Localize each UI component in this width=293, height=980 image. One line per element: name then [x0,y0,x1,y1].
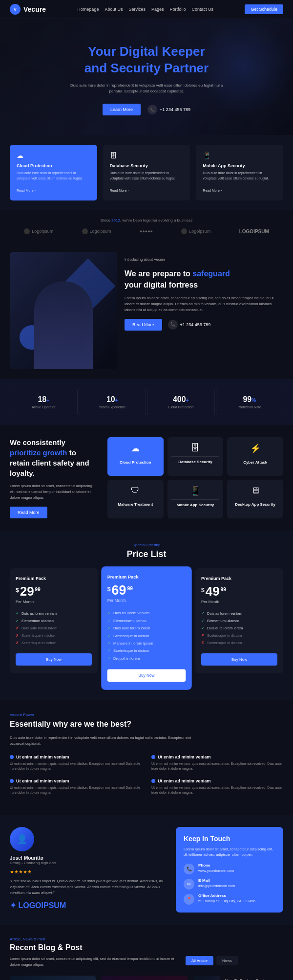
service-malware-title: Malware Treatment [111,502,160,507]
stat-operators-num: 18+ [14,395,73,404]
service-cloud-title: Cloud Protection [111,460,160,465]
price-card-basic-buy-button[interactable]: Buy Now [16,653,92,666]
blog-card-2: How To Changes Pages Name Adipiscing eli… [102,976,188,980]
feature-item: Duis aute lorem lorem [107,624,186,632]
whyus-col-2: Ut enim ad minim veniam Ut enim ad minim… [151,755,283,802]
price-card-pro-buy-button[interactable]: Buy Now [201,653,277,666]
about-title-highlight: safeguard [192,269,230,278]
pricing-title: Price List [10,549,283,559]
database-icon: 🗄 [110,152,184,159]
logos-caption: Since 2012, we've been together evolving… [10,218,283,223]
service-cloud[interactable]: ☁ Cloud Protection [107,437,164,476]
about-title: We are prepare to safeguardyour digital … [125,268,283,290]
logo-icon: V [10,4,21,15]
price-card-featured-period: Per Month [107,599,186,603]
stat-operators-label: Active Operator [14,405,73,409]
blog-section: Article, News & Post Recent Blog & Post … [0,925,293,980]
service-database[interactable]: 🗄 Database Security [167,437,224,476]
kit-phone-label: Phone [198,863,234,868]
whyus-item-2-1: Ut enim ad minim veniam Ut enim ad minim… [151,755,283,772]
service-malware-icon: 🛡 [111,486,160,496]
nav-homepage[interactable]: Homepage [77,7,99,12]
kit-email-value: info@yourdomain.com [198,884,235,888]
nav-cta-button[interactable]: Get Schedule [245,4,283,14]
price-card-basic-name: Premium Pack [16,576,92,581]
card-cloud-title: Cloud Protection [17,163,90,168]
whyus-label: Vecure Power [10,713,283,717]
blog-title: Recent Blog & Post [10,943,283,952]
kit-address-label: Office Address [198,893,255,898]
feature-item: Elementum ullamco [201,617,277,624]
price-card-pro-period: Per Month [201,600,277,604]
blog-side-1: 🛡 How To Replace Favicon Read More› [193,976,283,980]
stat-protection-label: Protection Rate [220,405,279,409]
feature-item: Duis as lorem veniam [201,610,277,617]
testimonial-stars: ★★★★★ [10,869,166,874]
about-phone-icon: 📞 [168,320,178,330]
blog-desc: Lorem ipsum dolor sit amet, consectetur … [10,956,176,968]
logo-item-5: LOGOIPSUM [239,229,269,234]
services-section: We consistently prioritize growth to ret… [0,425,293,531]
keep-in-touch-card: Keep In Touch Lorem ipsum dolor sit amet… [176,827,283,913]
filter-news-button[interactable]: News [216,956,238,965]
phone-icon: 📞 [147,105,157,114]
hero-title: Your Digital Keeper and Security Partner [20,44,273,77]
kit-phone-content: Phone www.yourdomain.com [198,863,234,873]
card-mobile-link[interactable]: Read More › [203,189,222,192]
navbar: V Vecure Homepage About Us Services Page… [0,0,293,19]
filter-all-button[interactable]: All Article [186,956,213,965]
hero-buttons: Learn More 📞 +1 234 456 789 [20,104,273,115]
logos-row: Logoipsum Logoipsum ●●●●● Logoipsum LOGO… [10,228,283,234]
kit-info: 📞 Phone www.yourdomain.com ✉ E-Mail info… [184,863,275,905]
testimonial-side: 👤 Josef Mouritto Dearg - Doanang dign ad… [10,827,166,913]
services-left: We consistently prioritize growth to ret… [10,437,98,518]
kit-address-item: 📍 Office Address 59 Dunlop St., Big City… [184,893,275,905]
services-title: We consistently prioritize growth to ret… [10,437,98,478]
nav-services[interactable]: Services [128,7,146,12]
about-read-button[interactable]: Read More [125,319,162,331]
nav-portfolio[interactable]: Portfolio [169,7,186,12]
service-mobile[interactable]: 📱 Mobile App Security [167,480,224,518]
hero-learn-button[interactable]: Learn More [103,104,141,115]
services-grid: ☁ Cloud Protection 🗄 Database Security ⚡… [107,437,283,518]
whyus-item-1-2: Ut enim ad minim veniam Ut enim ad minim… [10,779,142,796]
price-card-featured-buy-button[interactable]: Buy Now [107,669,186,682]
card-mobile: 📱 Mobile App Security Duis aute irure do… [196,145,283,200]
services-desc: Lorem ipsum dolor sit amet, consectetur … [10,483,98,501]
nav-contact[interactable]: Contact Us [192,7,214,12]
logo-item-1: Logoipsum [24,228,53,234]
services-read-button[interactable]: Read More [10,507,47,518]
price-card-basic-features: Duis as lorem veniam Elementum ullamco D… [16,610,92,646]
service-cyber[interactable]: ⚡ Cyber Attack [227,437,283,476]
blog-side: 🛡 How To Replace Favicon Read More› 🎨 Ho… [193,976,283,980]
card-database-title: Database Security [110,163,184,168]
dot-icon [151,779,155,783]
stat-protection-num: 99% [220,395,279,404]
card-cloud-link[interactable]: Read More › [17,189,36,192]
nav-pages[interactable]: Pages [151,7,164,12]
feature-item: Scelerisque in dictum [201,632,277,639]
card-database: 🗄 Database Security Duis aute irure dolo… [103,145,190,200]
about-phone[interactable]: 📞 +1 234 456 789 [168,320,211,330]
about-section: Introducing about Vecure We are prepare … [0,242,293,379]
about-human [34,281,93,369]
whyus-desc: Duis aute irure dolor in reprehenderit i… [10,735,205,747]
kit-title: Keep In Touch [184,835,275,843]
testimonial-avatar: 👤 [10,827,34,851]
card-database-link[interactable]: Read More › [110,189,129,192]
service-desktop[interactable]: 🖥 Desktop App Security [227,480,283,518]
service-mobile-icon: 📱 [171,486,220,496]
blog-main: How To Changes Sample Page Adipiscing el… [10,976,188,980]
logo-item-4: Logoipsum [181,228,210,234]
kit-email-content: E-Mail info@yourdomain.com [198,878,235,888]
hero-phone[interactable]: 📞 +1 234 456 789 [147,105,190,114]
whyus-title: Essentially why are we the best? [10,719,283,730]
hero-phone-number: +1 234 456 789 [160,107,190,112]
feature-cards: ☁ Cloud Protection Duis aute irure dolor… [0,135,293,210]
service-malware[interactable]: 🛡 Malware Treatment [107,480,164,518]
feature-item: Scelerisque in dictum [107,647,186,654]
nav-about[interactable]: About Us [105,7,123,12]
stat-years-num: 10+ [83,395,142,404]
about-phone-number: +1 234 456 789 [180,322,211,327]
price-card-pro: Premium Pack $ 49 99 Per Month Duis as l… [195,568,283,673]
